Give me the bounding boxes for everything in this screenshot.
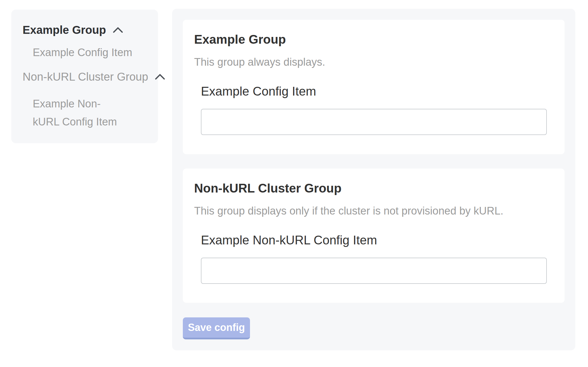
group-title: Non-kURL Cluster Group — [194, 182, 547, 195]
config-panel: Example Group This group always displays… — [172, 9, 575, 350]
config-item-block: Example Non-kURL Config Item — [201, 233, 547, 284]
config-item-label: Example Config Item — [201, 85, 547, 98]
config-item-label: Example Non-kURL Config Item — [201, 233, 547, 247]
sidebar-item-example-config-item[interactable]: Example Config Item — [33, 46, 148, 59]
sidebar-group-non-kurl-cluster-group[interactable]: Non-kURL Cluster Group — [23, 70, 148, 83]
sidebar-item-example-non-kurl-config-item[interactable]: Example Non-kURL Config Item — [33, 95, 126, 131]
save-config-button[interactable]: Save config — [183, 317, 250, 339]
config-group-card-non-kurl-cluster-group: Non-kURL Cluster Group This group displa… — [183, 169, 565, 303]
sidebar-group-label: Example Group — [23, 24, 106, 36]
example-non-kurl-config-item-input[interactable] — [201, 258, 547, 284]
sidebar-group-example-group[interactable]: Example Group — [23, 24, 148, 36]
sidebar-group-label: Non-kURL Cluster Group — [23, 70, 148, 83]
example-config-item-input[interactable] — [201, 109, 547, 135]
chevron-up-icon — [154, 72, 166, 81]
group-title: Example Group — [194, 33, 547, 46]
config-group-card-example-group: Example Group This group always displays… — [183, 20, 565, 154]
group-description: This group displays only if the cluster … — [194, 205, 547, 217]
group-description: This group always displays. — [194, 56, 547, 68]
chevron-up-icon — [112, 26, 124, 34]
config-item-block: Example Config Item — [201, 85, 547, 135]
config-nav-sidebar: Example Group Example Config Item Non-kU… — [11, 10, 158, 143]
